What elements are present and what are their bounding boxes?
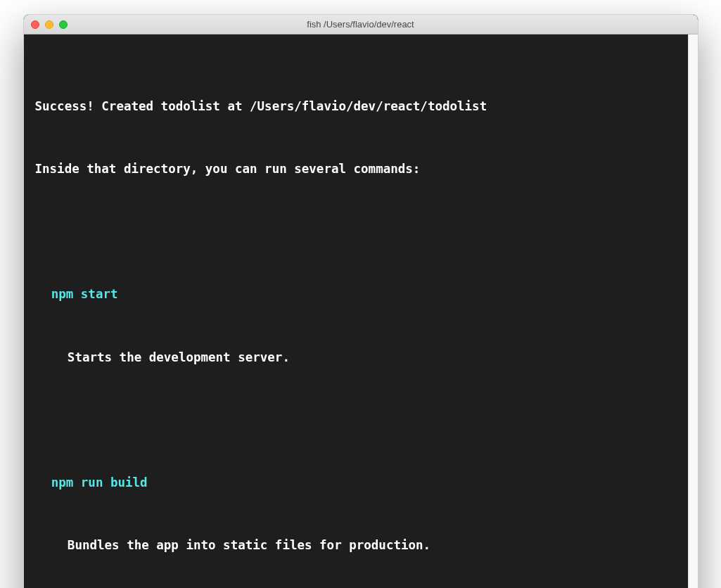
traffic-lights <box>31 20 68 29</box>
output-line: Inside that directory, you can run sever… <box>35 159 674 180</box>
minimize-button[interactable] <box>45 20 53 29</box>
output-line: Success! Created todolist at /Users/flav… <box>35 96 674 117</box>
output-line: Starts the development server. <box>35 347 674 369</box>
close-button[interactable] <box>31 20 39 29</box>
output-line: npm start <box>35 284 674 305</box>
terminal-body[interactable]: Success! Created todolist at /Users/flav… <box>24 34 688 588</box>
output-line: npm run build <box>35 473 674 494</box>
output-line: Bundles the app into static files for pr… <box>35 535 674 556</box>
window-titlebar[interactable]: fish /Users/flavio/dev/react <box>24 15 698 34</box>
terminal-window: fish /Users/flavio/dev/react Success! Cr… <box>23 14 698 588</box>
scrollbar[interactable] <box>688 34 698 588</box>
window-title: fish /Users/flavio/dev/react <box>307 19 414 30</box>
maximize-button[interactable] <box>59 20 68 29</box>
